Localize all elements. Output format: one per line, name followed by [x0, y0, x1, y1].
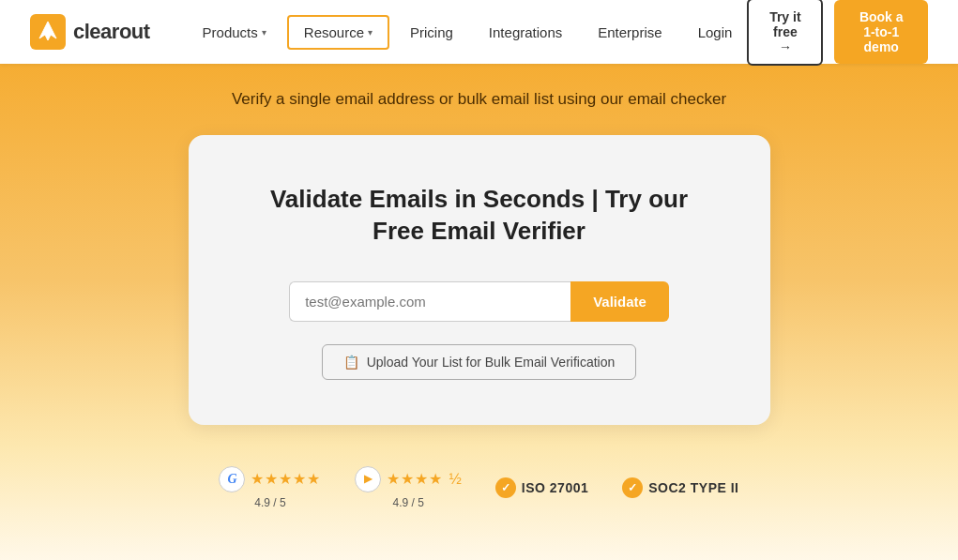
- g2-badge-top: G ★★★★★: [219, 466, 321, 492]
- nav-item-integrations[interactable]: Integrations: [474, 17, 577, 48]
- upload-list-button[interactable]: 📋 Upload Your List for Bulk Email Verifi…: [322, 344, 637, 380]
- nav-links: Products ▾ Resource ▾ Pricing Integratio…: [188, 15, 748, 50]
- g2-score: 4.9 / 5: [254, 496, 285, 509]
- nav-item-resource[interactable]: Resource ▾: [287, 15, 389, 50]
- email-input-row: Validate: [245, 281, 714, 322]
- hero-subtitle: Verify a single email address or bulk em…: [0, 64, 958, 109]
- nav-item-login[interactable]: Login: [683, 17, 748, 48]
- soc2-check-icon: ✓: [622, 477, 643, 498]
- capterra-badge-top: ▶ ★★★★½: [355, 466, 461, 492]
- badges-row: G ★★★★★ 4.9 / 5 ▶ ★★★★½ 4.9 / 5 ✓ ISO 27…: [0, 466, 958, 528]
- email-input[interactable]: [289, 281, 570, 322]
- soc2-cert-text: SOC2 TYPE II: [648, 480, 738, 495]
- iso-cert-text: ISO 27001: [522, 480, 588, 495]
- capterra-half-star: ½: [449, 471, 461, 488]
- capterra-score: 4.9 / 5: [392, 496, 423, 509]
- soc2-cert-badge: ✓ SOC2 TYPE II: [622, 477, 738, 498]
- iso-check-icon: ✓: [495, 477, 516, 498]
- upload-row: 📋 Upload Your List for Bulk Email Verifi…: [245, 344, 714, 380]
- try-free-button[interactable]: Try it free →: [747, 0, 823, 66]
- nav-item-products[interactable]: Products ▾: [188, 17, 281, 48]
- nav-item-enterprise[interactable]: Enterprise: [583, 17, 677, 48]
- upload-icon: 📋: [343, 355, 359, 370]
- g2-platform-icon: G: [219, 466, 245, 492]
- iso-cert-badge: ✓ ISO 27001: [495, 477, 588, 498]
- card-title: Validate Emails in Seconds | Try our Fre…: [245, 184, 714, 248]
- navbar: clearout Products ▾ Resource ▾ Pricing I…: [0, 0, 958, 64]
- logo-icon: [30, 14, 66, 50]
- g2-stars: ★★★★★: [251, 470, 321, 488]
- nav-right: Try it free → Book a 1-to-1 demo: [747, 0, 928, 66]
- capterra-stars: ★★★★: [387, 470, 443, 488]
- book-demo-button[interactable]: Book a 1-to-1 demo: [834, 0, 928, 64]
- logo-text: clearout: [73, 20, 150, 44]
- nav-item-pricing[interactable]: Pricing: [395, 17, 468, 48]
- resource-caret-icon: ▾: [368, 27, 373, 38]
- products-caret-icon: ▾: [262, 27, 266, 38]
- capterra-platform-icon: ▶: [355, 466, 381, 492]
- email-verifier-card: Validate Emails in Seconds | Try our Fre…: [189, 135, 770, 425]
- capterra-badge: ▶ ★★★★½ 4.9 / 5: [355, 466, 461, 509]
- logo[interactable]: clearout: [30, 14, 150, 50]
- validate-button[interactable]: Validate: [570, 281, 669, 322]
- g2-badge: G ★★★★★ 4.9 / 5: [219, 466, 321, 509]
